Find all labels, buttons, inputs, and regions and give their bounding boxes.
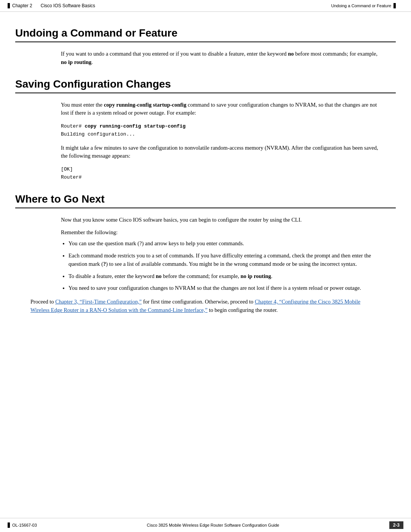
keyword-no-1: no [288, 51, 294, 57]
header-left-marker [8, 3, 10, 8]
footer-center: Cisco 3825 Mobile Wireless Edge Router S… [147, 523, 279, 527]
bullet-item-3: To disable a feature, enter the keyword … [68, 272, 381, 281]
keyword-no-2: no [156, 273, 161, 279]
footer-doc-number: OL-15667-03 [12, 523, 37, 527]
heading-saving: Saving Configuration Changes [15, 78, 396, 93]
code-line-ok: [OK] [61, 166, 73, 172]
main-content: Undoing a Command or Feature If you want… [0, 12, 411, 331]
header-right: Undoing a Command or Feature [331, 3, 396, 8]
code-bold-1: copy running-config startup-config [84, 123, 185, 129]
header-right-text: Undoing a Command or Feature [331, 3, 391, 8]
footer-title: Cisco 3825 Mobile Wireless Edge Router S… [147, 523, 279, 527]
section-where-next: Where to Go Next Now that you know some … [15, 193, 396, 315]
header-left: Chapter 2 Cisco IOS Software Basics [8, 3, 95, 8]
bullet-list: You can use the question mark (?) and ar… [68, 240, 381, 292]
header-bar: Chapter 2 Cisco IOS Software Basics Undo… [0, 0, 411, 12]
footer-left-marker [8, 522, 10, 528]
keyword-no-ip-routing-2: no ip routing [241, 273, 271, 279]
where-next-paragraph-1: Now that you know some Cisco IOS softwar… [61, 216, 381, 224]
keyword-no-ip-routing-1: no ip routing [61, 59, 91, 65]
keyword-copy-running: copy running-config startup-config [104, 102, 186, 108]
code-line-building: Building configuration... [61, 131, 135, 137]
code-line-router-prompt: Router# [61, 174, 82, 180]
footer-page-number: 2-3 [389, 521, 403, 529]
heading-undoing: Undoing a Command or Feature [15, 27, 396, 42]
remember-text: Remember the following: [61, 229, 381, 236]
undoing-paragraph: If you want to undo a command that you e… [61, 50, 381, 67]
bullet-item-4: You need to save your configuration chan… [68, 284, 381, 292]
keyword-question-mark: ? [103, 261, 106, 267]
bullet-item-1: You can use the question mark (?) and ar… [68, 240, 381, 248]
header-right-marker [393, 3, 396, 8]
code-block-1: Router# copy running-config startup-conf… [61, 123, 381, 139]
page-container: Chapter 2 Cisco IOS Software Basics Undo… [0, 0, 411, 532]
section-undoing: Undoing a Command or Feature If you want… [15, 27, 396, 67]
code-block-2: [OK] Router# [61, 166, 381, 182]
header-chapter-label: Chapter 2 [12, 3, 32, 8]
footer-left: OL-15667-03 [8, 522, 37, 528]
heading-where-next: Where to Go Next [15, 193, 396, 208]
section-saving: Saving Configuration Changes You must en… [15, 78, 396, 182]
footer-bar: OL-15667-03 Cisco 3825 Mobile Wireless E… [0, 518, 411, 532]
proceed-paragraph: Proceed to Chapter 3, “First-Time Config… [30, 298, 381, 315]
link-chapter-3[interactable]: Chapter 3, “First-Time Configuration,” [55, 299, 142, 305]
saving-paragraph-1: You must enter the copy running-config s… [61, 101, 381, 118]
bullet-item-2: Each command mode restricts you to a set… [68, 252, 381, 268]
header-chapter-title: Cisco IOS Software Basics [41, 3, 95, 8]
saving-paragraph-2: It might take a few minutes to save the … [61, 144, 381, 161]
code-line-prompt: Router# copy running-config startup-conf… [61, 123, 186, 129]
